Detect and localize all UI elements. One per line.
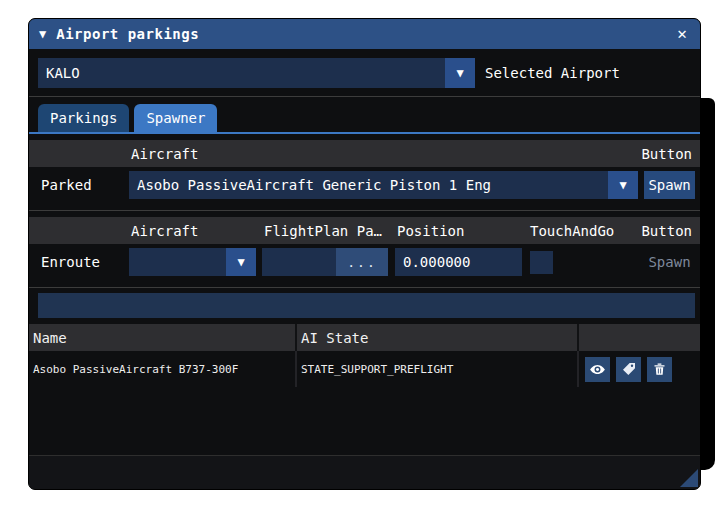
enroute-flightplan-value — [262, 248, 336, 276]
enroute-position-field[interactable]: 0.000000 — [395, 248, 522, 276]
window-footer — [29, 455, 700, 489]
divider — [29, 210, 700, 211]
selected-airport-combobox[interactable]: KALO ▼ — [38, 58, 475, 88]
window-title: Airport parkings — [56, 26, 199, 42]
table-header: Name AI State — [29, 324, 700, 351]
selected-airport-label: Selected Airport — [485, 65, 620, 81]
airport-selector-row: KALO ▼ Selected Airport — [29, 57, 700, 89]
resize-grip[interactable] — [680, 469, 698, 487]
parked-header-button: Button — [638, 146, 695, 162]
tag-button[interactable] — [616, 357, 641, 382]
parked-aircraft-combobox[interactable]: Asobo PassiveAircraft Generic Piston 1 E… — [129, 171, 638, 199]
screen: ▼ Airport parkings ✕ KALO ▼ Selected Air… — [0, 0, 726, 513]
divider — [29, 96, 700, 97]
parked-header-aircraft: Aircraft — [129, 146, 638, 162]
row-actions — [579, 351, 700, 387]
table-row[interactable]: Asobo PassiveAircraft B737-300F STATE_SU… — [29, 351, 700, 387]
parked-row-label: Parked — [38, 177, 129, 193]
parked-spawn-button[interactable]: Spawn — [644, 171, 695, 199]
enroute-row-label: Enroute — [38, 254, 129, 270]
enroute-spawn-button[interactable]: Spawn — [644, 248, 695, 276]
tag-icon — [621, 361, 637, 377]
eye-icon — [589, 361, 606, 378]
parked-aircraft-value: Asobo PassiveAircraft Generic Piston 1 E… — [129, 171, 608, 199]
airport-parkings-window: ▼ Airport parkings ✕ KALO ▼ Selected Air… — [28, 18, 701, 490]
ai-state-cell: STATE_SUPPORT_PREFLIGHT — [297, 351, 579, 387]
status-bar — [38, 293, 695, 318]
view-button[interactable] — [585, 357, 610, 382]
tab-bar: Parkings Spawner — [29, 104, 700, 132]
collapse-icon[interactable]: ▼ — [39, 28, 46, 40]
close-icon[interactable]: ✕ — [674, 25, 690, 43]
column-header-actions — [579, 324, 700, 351]
column-header-ai-state[interactable]: AI State — [297, 324, 579, 351]
chevron-down-icon[interactable]: ▼ — [445, 58, 475, 88]
tab-parkings[interactable]: Parkings — [38, 104, 129, 132]
window-shadow — [701, 98, 715, 470]
column-header-name[interactable]: Name — [29, 324, 297, 351]
window-content: KALO ▼ Selected Airport Parkings Spawner… — [29, 49, 700, 489]
aircraft-name-cell: Asobo PassiveAircraft B737-300F — [29, 351, 297, 387]
divider — [29, 287, 700, 288]
title-bar[interactable]: ▼ Airport parkings ✕ — [29, 19, 700, 49]
tab-spawner[interactable]: Spawner — [134, 104, 217, 132]
flightplan-browse-button[interactable]: ... — [336, 248, 388, 276]
selected-airport-value: KALO — [38, 58, 445, 88]
ai-aircraft-table: Name AI State Asobo PassiveAircraft B737… — [29, 324, 700, 455]
enroute-row: Enroute ▼ ... 0.000000 Spawn — [29, 247, 700, 277]
enroute-flightplan-field[interactable]: ... — [262, 248, 388, 276]
chevron-down-icon[interactable]: ▼ — [608, 171, 638, 199]
parked-header-row: Aircraft Button — [29, 140, 700, 167]
chevron-down-icon[interactable]: ▼ — [226, 248, 256, 276]
enroute-header-touchandgo: TouchAndGo — [528, 223, 635, 239]
enroute-header-row: Aircraft FlightPlan Pa… Position TouchAn… — [29, 217, 700, 244]
tab-underline — [29, 132, 700, 134]
delete-button[interactable] — [647, 357, 672, 382]
enroute-aircraft-combobox[interactable]: ▼ — [129, 248, 256, 276]
enroute-header-button: Button — [635, 223, 695, 239]
enroute-header-position: Position — [395, 223, 528, 239]
enroute-aircraft-value — [129, 248, 226, 276]
touchandgo-checkbox[interactable] — [530, 251, 553, 274]
trash-icon — [652, 361, 667, 377]
enroute-header-flightplan: FlightPlan Pa… — [262, 223, 395, 239]
parked-row: Parked Asobo PassiveAircraft Generic Pis… — [29, 170, 700, 200]
enroute-header-aircraft: Aircraft — [129, 223, 262, 239]
